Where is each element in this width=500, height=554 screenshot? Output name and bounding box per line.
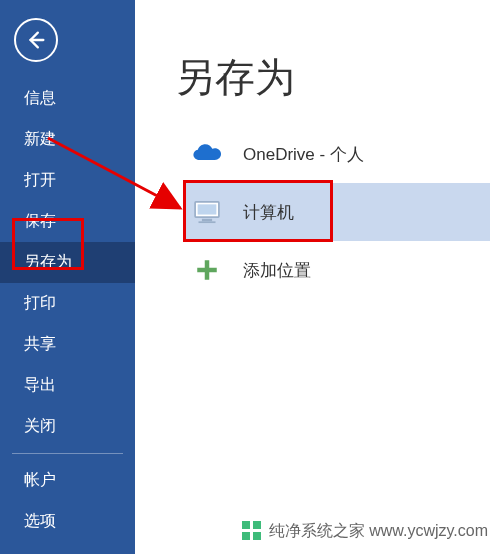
plus-icon [187,250,227,290]
location-add[interactable]: 添加位置 [183,241,490,299]
main-panel: 另存为 OneDrive - 个人 [135,0,500,554]
computer-icon [187,192,227,232]
svg-rect-10 [242,532,250,540]
location-computer-label: 计算机 [243,201,294,224]
nav-export[interactable]: 导出 [0,365,135,406]
location-onedrive[interactable]: OneDrive - 个人 [183,125,490,183]
nav-new[interactable]: 新建 [0,119,135,160]
svg-rect-3 [202,219,212,222]
svg-rect-6 [197,268,217,273]
location-add-label: 添加位置 [243,259,311,282]
watermark: 纯净系统之家 www.ycwjzy.com [241,520,488,542]
locations-list: OneDrive - 个人 计算机 [183,125,490,299]
nav-options[interactable]: 选项 [0,501,135,542]
nav-save[interactable]: 保存 [0,201,135,242]
svg-rect-4 [199,221,216,223]
backstage-sidebar: 信息 新建 打开 保存 另存为 打印 共享 导出 关闭 帐户 选项 [0,0,135,554]
location-computer[interactable]: 计算机 [183,183,490,241]
nav-separator [12,453,123,454]
nav-account[interactable]: 帐户 [0,460,135,501]
svg-rect-11 [253,532,261,540]
nav-print[interactable]: 打印 [0,283,135,324]
nav-list: 信息 新建 打开 保存 另存为 打印 共享 导出 关闭 帐户 选项 [0,78,135,542]
page-title: 另存为 [175,50,295,105]
nav-share[interactable]: 共享 [0,324,135,365]
svg-rect-8 [242,521,250,529]
watermark-logo-icon [241,520,263,542]
svg-rect-9 [253,521,261,529]
nav-close[interactable]: 关闭 [0,406,135,447]
watermark-text: 纯净系统之家 www.ycwjzy.com [269,521,488,542]
onedrive-icon [187,134,227,174]
nav-info[interactable]: 信息 [0,78,135,119]
back-button[interactable] [14,18,58,62]
nav-open[interactable]: 打开 [0,160,135,201]
back-arrow-icon [25,29,47,51]
svg-rect-2 [198,204,217,214]
nav-saveas[interactable]: 另存为 [0,242,135,283]
location-onedrive-label: OneDrive - 个人 [243,143,364,166]
